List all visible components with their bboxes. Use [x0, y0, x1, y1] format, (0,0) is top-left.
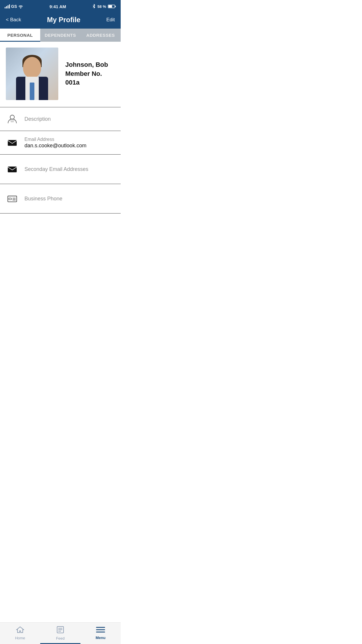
email-content: Email Address dan.s.cooke@outlook.com: [24, 137, 115, 149]
svg-rect-7: [8, 167, 17, 172]
svg-rect-5: [10, 120, 14, 121]
svg-point-3: [10, 115, 14, 119]
back-button[interactable]: < Back: [6, 17, 21, 23]
svg-rect-8: [8, 196, 17, 202]
person-head: [23, 57, 41, 78]
description-placeholder: Description: [24, 116, 115, 122]
email-label: Email Address: [24, 137, 115, 142]
secondary-email-content: Seconday Email Addresses: [24, 166, 115, 172]
status-right: 58 %: [92, 4, 116, 9]
email-value: dan.s.cooke@outlook.com: [24, 143, 115, 149]
list-item: Business Phone: [0, 184, 121, 213]
main-content: Johnson, Bob Member No. 001a Description: [0, 42, 121, 237]
wifi-icon: [18, 4, 23, 8]
status-time: 9:41 AM: [50, 4, 66, 9]
tab-bar: PERSONAL DEPENDENTS ADDRESSES: [0, 29, 121, 42]
list-item: Description: [0, 107, 121, 131]
profile-header: Johnson, Bob Member No. 001a: [0, 42, 121, 107]
avatar: [6, 48, 58, 100]
status-left: GS: [5, 4, 23, 9]
status-bar: GS 9:41 AM 58 %: [0, 0, 121, 13]
secondary-email-placeholder: Seconday Email Addresses: [24, 166, 115, 172]
list-item: Email Address dan.s.cooke@outlook.com: [0, 131, 121, 154]
profile-member-no: Member No. 001a: [65, 69, 115, 88]
svg-rect-9: [9, 198, 11, 200]
svg-rect-2: [115, 6, 116, 7]
svg-rect-6: [8, 140, 17, 146]
carrier-label: GS: [11, 4, 17, 9]
email-icon: [6, 136, 19, 149]
battery-label: 58 %: [97, 4, 106, 9]
battery-icon: [108, 4, 116, 8]
business-phone-content: Business Phone: [24, 196, 115, 202]
business-phone-icon: [6, 192, 19, 205]
edit-button[interactable]: Edit: [106, 17, 115, 23]
divider-4: [0, 213, 121, 214]
person-icon: [6, 113, 19, 125]
description-content: Description: [24, 116, 115, 122]
nav-bar: < Back My Profile Edit: [0, 13, 121, 29]
business-phone-placeholder: Business Phone: [24, 196, 115, 202]
signal-icon: [5, 4, 10, 8]
page-title: My Profile: [47, 16, 80, 24]
secondary-email-icon: [6, 163, 19, 176]
list-item: Seconday Email Addresses: [0, 155, 121, 184]
tab-dependents[interactable]: DEPENDENTS: [40, 29, 80, 42]
tab-addresses[interactable]: ADDRESSES: [80, 29, 121, 42]
svg-rect-4: [11, 122, 14, 122]
profile-info: Johnson, Bob Member No. 001a: [65, 60, 115, 87]
person-tie: [30, 83, 34, 100]
profile-name: Johnson, Bob: [65, 60, 115, 69]
bluetooth-icon: [92, 4, 96, 9]
svg-rect-1: [108, 5, 112, 8]
tab-personal[interactable]: PERSONAL: [0, 29, 40, 42]
